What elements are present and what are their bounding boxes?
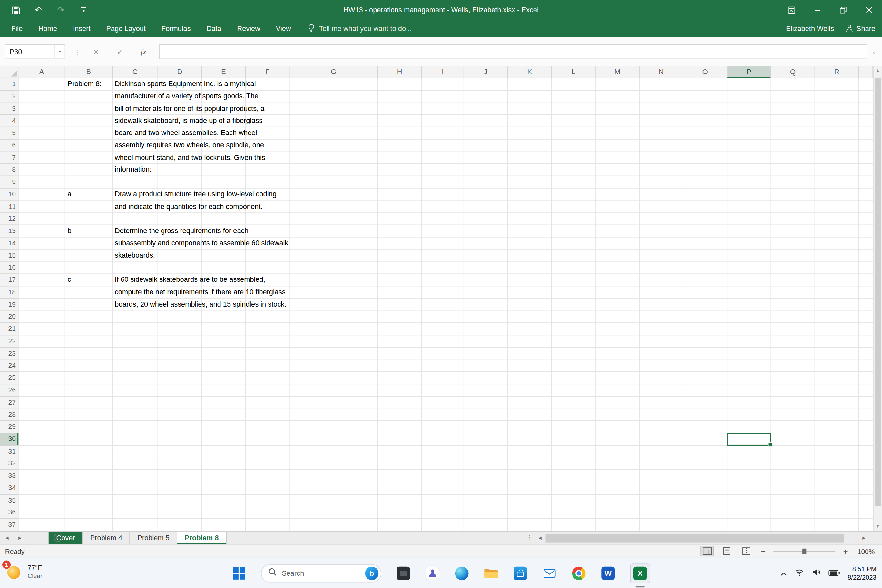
vertical-scrollbar-thumb[interactable] [874, 78, 881, 507]
row-header-2[interactable]: 2 [0, 91, 19, 103]
cell-C4[interactable]: sidewalk skateboard, is made up of a fib… [112, 115, 262, 128]
cell-C18[interactable]: compute the net requirements if there ar… [112, 286, 286, 298]
formula-input[interactable] [159, 45, 867, 59]
select-all-corner[interactable] [0, 66, 19, 78]
sheet-tab-problem-4[interactable]: Problem 4 [83, 532, 130, 544]
sheet-tab-problem-8[interactable]: Problem 8 [177, 532, 226, 544]
row-header-12[interactable]: 12 [0, 213, 19, 225]
column-header-N[interactable]: N [640, 66, 683, 78]
row-header-22[interactable]: 22 [0, 335, 19, 348]
row-header-5[interactable]: 5 [0, 127, 19, 139]
row-header-30[interactable]: 30 [0, 433, 19, 446]
column-header-F[interactable]: F [246, 66, 290, 78]
column-header-L[interactable]: L [552, 66, 596, 78]
dark-app-icon[interactable] [396, 566, 410, 580]
mail-icon[interactable] [542, 566, 557, 580]
sheet-tab-problem-5[interactable]: Problem 5 [130, 532, 178, 544]
hscroll-left-icon[interactable]: ◄ [536, 532, 544, 544]
column-header-E[interactable]: E [202, 66, 246, 78]
column-header-O[interactable]: O [683, 66, 727, 78]
cell-C5[interactable]: board and two wheel assemblies. Each whe… [112, 127, 257, 139]
zoom-slider-thumb[interactable] [802, 548, 806, 554]
column-header-K[interactable]: K [508, 66, 552, 78]
ribbon-tab-file[interactable]: File [3, 20, 30, 37]
store-icon[interactable] [513, 566, 527, 580]
page-layout-view-icon[interactable] [720, 546, 734, 556]
column-header-Q[interactable]: Q [771, 66, 815, 78]
column-header-G[interactable]: G [290, 66, 378, 78]
row-header-17[interactable]: 17 [0, 274, 19, 286]
row-header-26[interactable]: 26 [0, 384, 19, 396]
ribbon-tab-data[interactable]: Data [199, 20, 229, 37]
column-header-J[interactable]: J [464, 66, 508, 78]
row-header-23[interactable]: 23 [0, 348, 19, 360]
expand-formula-bar-icon[interactable]: ⌄ [869, 45, 879, 59]
save-icon[interactable] [6, 2, 26, 18]
row-header-18[interactable]: 18 [0, 286, 19, 298]
column-header-D[interactable]: D [158, 66, 202, 78]
share-button[interactable]: Share [845, 24, 875, 33]
weather-widget[interactable]: 1 77°F Clear [4, 562, 42, 580]
vertical-scrollbar[interactable]: ▲ ▼ [873, 66, 882, 531]
volume-icon[interactable] [812, 568, 821, 578]
scroll-up-icon[interactable]: ▲ [874, 66, 882, 75]
teams-icon[interactable] [425, 566, 440, 580]
cell-B17[interactable]: c [65, 274, 71, 286]
row-header-24[interactable]: 24 [0, 360, 19, 372]
redo-icon[interactable]: ↷ [51, 2, 71, 18]
file-explorer-icon[interactable] [484, 566, 498, 580]
row-header-19[interactable]: 19 [0, 298, 19, 311]
row-header-13[interactable]: 13 [0, 225, 19, 237]
horizontal-scrollbar[interactable] [544, 532, 860, 544]
row-header-31[interactable]: 31 [0, 446, 19, 458]
row-header-3[interactable]: 3 [0, 103, 19, 115]
row-header-11[interactable]: 11 [0, 201, 19, 213]
ribbon-tab-page-layout[interactable]: Page Layout [98, 20, 153, 37]
column-header-R[interactable]: R [815, 66, 859, 78]
tab-scrollbar-splitter-icon[interactable]: ⋮ [526, 532, 532, 544]
tell-me-box[interactable]: Tell me what you want to do... [308, 20, 412, 37]
close-icon[interactable] [856, 0, 882, 20]
normal-view-icon[interactable] [700, 546, 714, 556]
row-header-21[interactable]: 21 [0, 323, 19, 335]
battery-icon[interactable] [828, 568, 840, 578]
zoom-in-icon[interactable]: + [842, 547, 849, 556]
taskbar-search-box[interactable]: Search b [261, 564, 381, 582]
new-sheet-button[interactable]: + [54, 532, 63, 544]
zoom-out-icon[interactable]: − [759, 547, 767, 556]
cell-C1[interactable]: Dickinson sports Equipment Inc. is a myt… [112, 78, 256, 91]
ribbon-display-options-icon[interactable] [778, 0, 804, 20]
row-header-33[interactable]: 33 [0, 470, 19, 482]
row-header-28[interactable]: 28 [0, 409, 19, 421]
edge-icon[interactable] [454, 566, 469, 580]
column-header-P[interactable]: P [727, 66, 771, 78]
ribbon-tab-formulas[interactable]: Formulas [153, 20, 199, 37]
sheet-nav-left-icon[interactable]: ◄ [4, 535, 10, 541]
cell-C8[interactable]: information: [112, 164, 152, 176]
cells-area[interactable]: Problem 8:Dickinson sports Equipment Inc… [19, 78, 873, 531]
ribbon-tab-review[interactable]: Review [229, 20, 268, 37]
cell-C7[interactable]: wheel mount stand, and two locknuts. Giv… [112, 152, 265, 164]
restore-icon[interactable] [830, 0, 856, 20]
customize-quick-access-icon[interactable]: ▾ [73, 2, 93, 18]
zoom-slider[interactable] [773, 547, 835, 555]
bing-icon[interactable]: b [365, 566, 378, 580]
row-header-10[interactable]: 10 [0, 188, 19, 201]
row-header-20[interactable]: 20 [0, 311, 19, 323]
column-header-I[interactable]: I [422, 66, 464, 78]
user-name[interactable]: Elizabeth Wells [786, 25, 834, 33]
cell-C19[interactable]: boards, 20 wheel assemblies, and 15 spin… [112, 298, 286, 311]
row-header-25[interactable]: 25 [0, 372, 19, 384]
horizontal-scrollbar-thumb[interactable] [546, 534, 844, 542]
sheet-tab-cover[interactable]: Cover [48, 532, 83, 544]
cell-C6[interactable]: assembly requires two wheels, one spindl… [112, 139, 264, 152]
cell-B10[interactable]: a [65, 188, 71, 201]
clock[interactable]: 8:51 PM 8/22/2023 [848, 565, 876, 581]
cell-C13[interactable]: Determine the gross requirements for eac… [112, 225, 249, 237]
chevron-up-icon[interactable] [781, 568, 787, 578]
row-header-14[interactable]: 14 [0, 237, 19, 249]
excel-taskbar-icon[interactable]: X [630, 563, 650, 583]
row-header-15[interactable]: 15 [0, 249, 19, 262]
row-header-7[interactable]: 7 [0, 152, 19, 164]
minimize-icon[interactable] [804, 0, 830, 20]
